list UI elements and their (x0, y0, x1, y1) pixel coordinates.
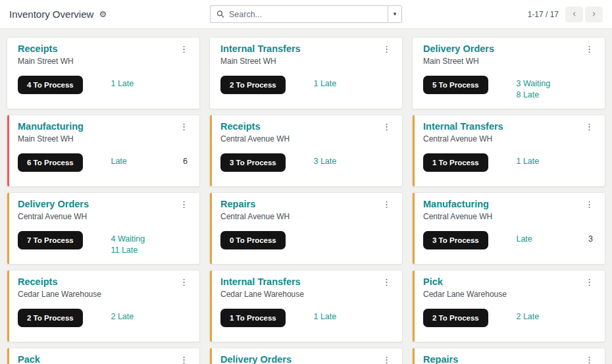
card-header: Repairs ⋮ (423, 354, 596, 364)
operation-type-link[interactable]: Manufacturing (423, 199, 489, 209)
card-stats: 3 Waiting8 Late (516, 78, 593, 101)
operation-type-link[interactable]: Delivery Orders (220, 354, 292, 364)
operation-type-link[interactable]: Delivery Orders (423, 43, 494, 54)
kebab-menu-icon[interactable]: ⋮ (380, 354, 393, 364)
to-process-button[interactable]: 7 To Process (18, 231, 83, 249)
warehouse-name: Central Avenue WH (220, 134, 393, 143)
kanban-card: Delivery Orders ⋮ (209, 348, 403, 364)
stat-count-link[interactable]: 6 (183, 156, 188, 167)
search-box[interactable] (210, 5, 388, 23)
stat-label-link[interactable]: 1 Late (516, 156, 539, 167)
search-options-toggle[interactable]: ▼ (388, 5, 402, 23)
operation-type-link[interactable]: Repairs (423, 354, 458, 364)
to-process-button[interactable]: 4 To Process (18, 76, 83, 94)
pager: 1-17 / 17 ‹ › (528, 7, 603, 22)
caret-down-icon: ▼ (392, 11, 397, 17)
search-input[interactable] (229, 10, 382, 19)
stat-label-link[interactable]: Late (111, 156, 126, 167)
card-body: 1 To Process 1 Late (220, 309, 393, 327)
kebab-menu-icon[interactable]: ⋮ (380, 199, 393, 210)
operation-type-link[interactable]: Repairs (220, 199, 255, 209)
stat-label-link[interactable]: 1 Late (313, 78, 336, 90)
pager-next-button[interactable]: › (585, 7, 603, 22)
to-process-button[interactable]: 1 To Process (220, 309, 286, 327)
card-accent-stripe (413, 38, 415, 109)
stat-label-link[interactable]: 2 Late (516, 311, 539, 323)
kebab-menu-icon[interactable]: ⋮ (583, 43, 596, 55)
kanban-card: Receipts ⋮ Cedar Lane Warehouse 2 To Pro… (7, 270, 200, 342)
warehouse-name: Central Avenue WH (220, 212, 393, 221)
kebab-menu-icon[interactable]: ⋮ (380, 276, 393, 288)
stat-label-link[interactable]: 8 Late (516, 90, 539, 101)
stat-label-link[interactable]: 4 Waiting (111, 234, 145, 245)
to-process-button[interactable]: 6 To Process (18, 153, 83, 172)
chevron-left-icon: ‹ (573, 9, 576, 19)
to-process-button[interactable]: 5 To Process (423, 76, 488, 94)
warehouse-name: Central Avenue WH (423, 134, 596, 143)
card-body: 6 To Process Late6 (18, 153, 190, 172)
card-accent-stripe (413, 348, 415, 364)
card-stats: 2 Late (111, 311, 188, 323)
stat-count-link[interactable]: 3 (588, 234, 593, 245)
card-accent-stripe (413, 193, 415, 264)
card-accent-stripe (7, 348, 9, 364)
card-stats: 1 Late (313, 311, 390, 323)
card-header: Delivery Orders ⋮ (423, 43, 596, 55)
kebab-menu-icon[interactable]: ⋮ (380, 43, 393, 55)
kebab-menu-icon[interactable]: ⋮ (178, 354, 190, 364)
kanban-card: Receipts ⋮ Main Street WH 4 To Process 1… (7, 37, 200, 109)
kebab-menu-icon[interactable]: ⋮ (178, 43, 190, 55)
operation-type-link[interactable]: Delivery Orders (18, 199, 89, 209)
top-bar: Inventory Overview ⚙ ▼ 1-17 / 17 ‹ › (0, 0, 612, 29)
to-process-button[interactable]: 3 To Process (423, 231, 488, 249)
card-stats: 1 Late (111, 78, 188, 90)
stat-line: 3 Waiting (516, 78, 593, 90)
to-process-button[interactable]: 1 To Process (423, 153, 488, 172)
pager-buttons: ‹ › (565, 7, 603, 22)
kanban-card: Internal Transfers ⋮ Cedar Lane Warehous… (209, 270, 403, 342)
stat-line: 3 Late (313, 156, 390, 167)
kebab-menu-icon[interactable]: ⋮ (583, 354, 596, 364)
stat-label-link[interactable]: 3 Waiting (516, 78, 550, 90)
stat-line: 1 Late (313, 78, 390, 90)
kebab-menu-icon[interactable]: ⋮ (178, 199, 190, 210)
operation-type-link[interactable]: Internal Transfers (220, 43, 301, 54)
kebab-menu-icon[interactable]: ⋮ (178, 276, 190, 288)
to-process-button[interactable]: 3 To Process (220, 153, 286, 172)
card-header: Pack ⋮ (18, 354, 190, 364)
stat-label-link[interactable]: 11 Late (111, 245, 138, 256)
operation-type-link[interactable]: Internal Transfers (423, 121, 503, 132)
operation-type-link[interactable]: Pack (18, 354, 40, 364)
operation-type-link[interactable]: Internal Transfers (220, 276, 301, 287)
kebab-menu-icon[interactable]: ⋮ (583, 199, 596, 210)
kebab-menu-icon[interactable]: ⋮ (380, 121, 393, 132)
warehouse-name: Cedar Lane Warehouse (18, 290, 190, 299)
kebab-menu-icon[interactable]: ⋮ (583, 121, 596, 132)
settings-gear-icon[interactable]: ⚙ (99, 10, 107, 18)
operation-type-link[interactable]: Pick (423, 276, 443, 287)
stat-label-link[interactable]: 1 Late (313, 311, 336, 323)
operation-type-link[interactable]: Receipts (18, 276, 57, 287)
to-process-button[interactable]: 0 To Process (220, 231, 286, 249)
stat-label-link[interactable]: 1 Late (111, 78, 134, 90)
to-process-button[interactable]: 2 To Process (18, 309, 83, 327)
page-title: Inventory Overview (9, 9, 93, 20)
stat-label-link[interactable]: 2 Late (111, 311, 134, 323)
to-process-button[interactable]: 2 To Process (423, 309, 488, 327)
stat-line: Late3 (516, 234, 593, 245)
stat-label-link[interactable]: 3 Late (313, 156, 336, 167)
pager-previous-button[interactable]: ‹ (565, 7, 583, 22)
stat-label-link[interactable]: Late (516, 234, 532, 245)
card-header: Internal Transfers ⋮ (220, 276, 393, 288)
card-header: Manufacturing ⋮ (18, 121, 190, 132)
operation-type-link[interactable]: Receipts (18, 43, 57, 54)
card-stats: 3 Late (313, 156, 390, 167)
card-accent-stripe (413, 115, 415, 186)
operation-type-link[interactable]: Manufacturing (18, 121, 84, 132)
kebab-menu-icon[interactable]: ⋮ (178, 121, 190, 132)
to-process-button[interactable]: 2 To Process (220, 76, 286, 94)
operation-type-link[interactable]: Receipts (220, 121, 260, 132)
card-body: 3 To Process 3 Late (220, 153, 393, 172)
card-body: 5 To Process 3 Waiting8 Late (423, 76, 596, 94)
kebab-menu-icon[interactable]: ⋮ (583, 276, 596, 288)
